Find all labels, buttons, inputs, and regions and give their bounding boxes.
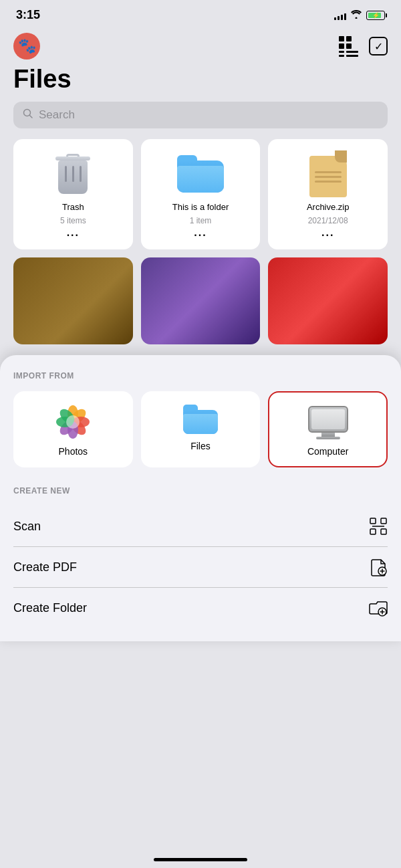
wifi-icon (350, 9, 362, 21)
file-more-button[interactable]: ··· (67, 229, 80, 241)
import-photos-card[interactable]: Photos (13, 391, 133, 467)
computer-icon (308, 406, 348, 439)
header: 🐾 (0, 27, 401, 62)
photo-row (0, 257, 401, 355)
trash-icon (49, 150, 97, 198)
create-folder-action[interactable]: Create Folder (13, 588, 388, 628)
file-meta: 1 item (190, 216, 212, 225)
create-pdf-action[interactable]: Create PDF (13, 547, 388, 588)
import-files-card[interactable]: Files (141, 391, 261, 467)
photo-card-purple[interactable] (141, 257, 261, 344)
scan-icon (369, 517, 388, 536)
archive-icon (304, 150, 352, 198)
search-container: Search (0, 102, 401, 139)
files-folder-icon (183, 405, 218, 434)
import-computer-card[interactable]: Computer (268, 391, 388, 467)
file-meta: 5 items (60, 216, 86, 225)
scan-action[interactable]: Scan (13, 506, 388, 547)
file-card-folder[interactable]: This is a folder 1 item ··· (141, 139, 261, 249)
import-section-label: IMPORT FROM (13, 371, 388, 381)
create-section-label: CREATE NEW (13, 486, 388, 496)
header-actions: ✓ (339, 36, 388, 57)
file-more-button[interactable]: ··· (321, 229, 334, 241)
search-placeholder: Search (39, 108, 75, 122)
search-bar[interactable]: Search (13, 102, 388, 128)
grid-list-button[interactable] (339, 36, 358, 57)
page-title: Files (13, 65, 388, 94)
page-title-section: Files (0, 62, 401, 102)
photo-card-red[interactable] (268, 257, 388, 344)
home-indicator (154, 858, 247, 861)
svg-rect-11 (370, 518, 376, 524)
svg-rect-13 (370, 529, 376, 534)
import-section: IMPORT FROM (13, 371, 388, 467)
file-card-trash[interactable]: Trash 5 items ··· (13, 139, 133, 249)
import-label: Files (190, 441, 211, 451)
battery-icon: ⚡ (366, 11, 385, 20)
scan-label: Scan (13, 520, 41, 534)
search-icon (23, 108, 33, 122)
create-folder-icon (369, 599, 388, 617)
file-name: This is a folder (172, 202, 229, 212)
create-pdf-icon (369, 558, 388, 576)
select-mode-button[interactable]: ✓ (369, 37, 388, 56)
grid-list-icon (339, 36, 358, 57)
file-card-archive[interactable]: Archive.zip 2021/12/08 ··· (268, 139, 388, 249)
import-label: Computer (307, 446, 348, 457)
svg-point-10 (66, 415, 80, 429)
status-bar: 3:15 ⚡ (0, 0, 401, 27)
app-logo: 🐾 (13, 33, 40, 60)
svg-rect-12 (381, 518, 386, 524)
svg-rect-14 (381, 529, 386, 534)
file-name: Trash (62, 202, 84, 212)
create-new-section: CREATE NEW Scan Create PDF (13, 486, 388, 628)
photos-icon (55, 405, 90, 439)
svg-line-1 (30, 116, 33, 118)
photo-card-brown[interactable] (13, 257, 133, 344)
bottom-sheet: IMPORT FROM (0, 355, 401, 641)
create-folder-label: Create Folder (13, 601, 87, 615)
import-grid: Photos Files C (13, 391, 388, 467)
status-icons: ⚡ (334, 9, 385, 21)
signal-icon (334, 11, 346, 20)
file-name: Archive.zip (307, 202, 350, 212)
status-time: 3:15 (16, 8, 40, 22)
folder-icon (176, 150, 225, 198)
file-grid: Trash 5 items ··· This is a folder 1 ite… (0, 139, 401, 257)
file-more-button[interactable]: ··· (194, 229, 207, 241)
create-pdf-label: Create PDF (13, 560, 77, 574)
file-meta: 2021/12/08 (308, 216, 348, 225)
import-label: Photos (59, 446, 88, 457)
checkbox-icon: ✓ (369, 37, 388, 56)
